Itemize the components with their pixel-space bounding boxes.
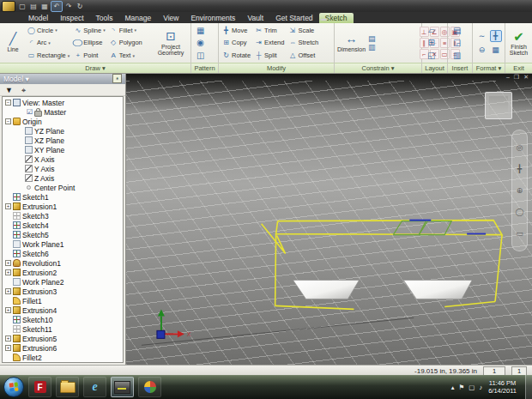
tree-item[interactable]: ☑ YZ Plane [3, 126, 113, 136]
tree-item[interactable]: ☑ Y Axis [3, 164, 113, 173]
pattern-icon[interactable]: ▦ [196, 26, 204, 35]
nav-tool-icon[interactable]: ⊕ [517, 186, 523, 195]
constrain-small-icon[interactable]: ▥ [368, 43, 376, 51]
format-icon[interactable]: ∼ [476, 30, 488, 42]
tree-item[interactable]: + ☑ Extrusion1 [3, 202, 113, 211]
line-button[interactable]: ╱ Line [2, 24, 24, 62]
doc-window-icon[interactable]: ❐ [514, 74, 519, 81]
ribbon-button[interactable]: ◇ Polygon [108, 37, 146, 50]
tree-item[interactable]: ☑ Center Point [3, 183, 113, 192]
network-icon[interactable]: ▢ [469, 384, 475, 391]
tree-expander[interactable]: + [5, 203, 11, 209]
taskbar-app-2[interactable] [138, 377, 161, 397]
tree-item[interactable]: ☑ Work Plane1 [3, 239, 113, 249]
taskbar-explorer[interactable] [56, 377, 79, 397]
3d-viewport[interactable]: ‒❐✕ ◎╋⊕◯▭ [126, 73, 532, 365]
ribbon-button[interactable]: ╋ Move [221, 24, 252, 37]
ribbon-button[interactable]: ⇥ Extend [253, 37, 286, 50]
dimension-button[interactable]: ↔ Dimension [336, 33, 366, 52]
projected-edges[interactable] [393, 221, 451, 235]
ribbon-tab[interactable]: Vault [241, 13, 269, 23]
ribbon-button[interactable]: ✂ Trim [253, 24, 286, 37]
tree-expander[interactable]: + [5, 288, 11, 294]
pattern-panel-footer[interactable]: Pattern [191, 63, 218, 73]
tree-item[interactable]: ☑ Work Plane2 [3, 277, 113, 287]
ribbon-button[interactable]: + Point [72, 49, 106, 62]
layout-icon[interactable]: ◱ [427, 51, 435, 60]
sketch-canvas[interactable]: X [126, 73, 532, 364]
tree-item[interactable]: ☑ Fillet1 [3, 296, 113, 305]
ribbon-button[interactable]: ⊞ Copy [221, 37, 252, 50]
ribbon-button[interactable]: ▭ Rectangle ▾ [26, 49, 71, 62]
layout-icon[interactable]: ⊞ [428, 38, 435, 47]
nav-tool-icon[interactable]: ╋ [517, 165, 522, 173]
taskbar-internet-explorer[interactable]: e [83, 377, 106, 397]
action-center-flag-icon[interactable]: ⚑ [459, 384, 465, 391]
tray-expand-icon[interactable]: ▴ [451, 384, 455, 391]
tree-item[interactable]: + ☑ Extrusion2 [3, 268, 113, 277]
show-desktop-button[interactable] [525, 375, 532, 399]
ribbon-button[interactable]: △ Offset [287, 49, 320, 62]
insert-icon[interactable]: ◲ [453, 38, 461, 47]
tree-item[interactable]: − ☑ View: Master [3, 98, 113, 107]
pocket-face-2[interactable] [403, 280, 472, 299]
ribbon-button[interactable]: A Text ▾ [108, 49, 146, 62]
tree-item[interactable]: ☑ Sketch10 [3, 315, 113, 324]
pocket-face-1[interactable] [293, 280, 360, 299]
ribbon-button[interactable]: ◯ Ellipse [72, 37, 106, 50]
tree-item[interactable]: ☑ Sketch3 [3, 211, 113, 221]
draw-panel-footer[interactable]: Draw ▾ [0, 63, 190, 73]
ribbon-tab[interactable]: Environments [184, 13, 241, 23]
taskbar-app-1[interactable]: F [28, 377, 51, 397]
app-menu-button[interactable] [2, 1, 15, 12]
tree-item[interactable]: ☑ Sketch5 [3, 230, 113, 239]
doc-window-icon[interactable]: ✕ [523, 74, 529, 81]
ribbon-button[interactable]: ∿ Spline ▾ [72, 24, 106, 37]
format-icon[interactable]: ⊖ [476, 44, 488, 56]
qat-icon[interactable]: ▢ [17, 2, 27, 11]
finish-sketch-button[interactable]: ✔ Finish Sketch [507, 24, 530, 62]
ribbon-button[interactable]: ┼ Split [253, 49, 286, 62]
tree-expander[interactable]: + [5, 269, 11, 275]
pattern-icon[interactable]: ◫ [196, 51, 204, 60]
tree-item[interactable]: ☑ Sketch4 [3, 221, 113, 230]
visibility-checkbox[interactable]: ☑ [27, 108, 33, 116]
tree-expander[interactable]: + [5, 336, 11, 342]
tree-expander[interactable]: + [5, 260, 11, 266]
tree-item[interactable]: + ☑ Extrusion3 [3, 287, 113, 296]
browser-tool-icon[interactable]: ▼ [5, 86, 13, 94]
start-button[interactable] [3, 377, 24, 397]
insert-icon[interactable]: ▤ [453, 26, 461, 35]
tree-item[interactable]: ☑ XY Plane [3, 145, 113, 154]
tree-expander[interactable]: + [5, 307, 11, 313]
ribbon-tab[interactable]: View [157, 13, 184, 23]
tree-item[interactable]: ☑ Sketch1 [3, 192, 113, 202]
format-icon[interactable]: ╋ [490, 30, 502, 42]
qat-icon[interactable]: ↷ [63, 2, 74, 11]
ribbon-button[interactable]: ⇲ Scale [287, 24, 320, 37]
tree-item[interactable]: ☑ X Axis [3, 154, 113, 164]
qat-icon[interactable]: ▤ [28, 2, 39, 11]
tree-item[interactable]: + ☑ Extrusion5 [3, 334, 113, 343]
ribbon-button[interactable]: ◝ Fillet ▾ [108, 24, 146, 37]
tree-item[interactable]: ☑ Fillet2 [3, 353, 113, 362]
constrain-small-icon[interactable]: ▤ [368, 34, 376, 43]
exit-panel-footer[interactable]: Exit [505, 63, 532, 73]
x-axis-line[interactable] [142, 317, 414, 345]
tree-item[interactable]: + ☑ Extrusion6 [3, 343, 113, 353]
tree-expander[interactable]: − [5, 118, 11, 124]
view-cube[interactable] [485, 92, 512, 119]
nav-tool-icon[interactable]: ◯ [515, 208, 523, 216]
ribbon-tab[interactable]: Manage [118, 13, 157, 23]
constrain-panel-footer[interactable]: Constrain ▾ [335, 63, 421, 73]
tree-item[interactable]: + ☑ Extrusion4 [3, 305, 113, 315]
ribbon-button[interactable]: ↻ Rotate [221, 49, 252, 62]
format-icon[interactable]: ▦ [490, 44, 502, 56]
modify-panel-footer[interactable]: Modify [219, 63, 334, 73]
taskbar-clock[interactable]: 11:46 PM 6/14/2011 [488, 379, 517, 395]
ribbon-tab[interactable]: Get Started [269, 13, 318, 23]
ribbon-tab[interactable]: Model [22, 13, 54, 23]
tree-item[interactable]: ☑ Sketch11 [3, 324, 113, 334]
taskbar-inventor-active[interactable] [111, 377, 134, 397]
tree-item[interactable]: ☑ Master [3, 107, 113, 117]
